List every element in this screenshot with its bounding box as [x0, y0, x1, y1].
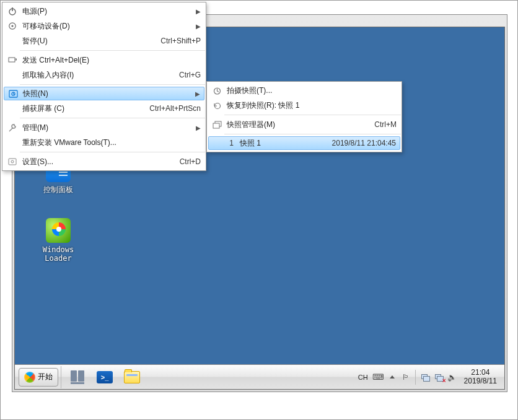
menu-separator: [20, 152, 205, 152]
menu-label: 发送 Ctrl+Alt+Del(E): [19, 55, 89, 66]
menu-label: 快照(N): [19, 89, 48, 99]
powershell-icon: >_: [97, 371, 113, 383]
network-icon-1[interactable]: [419, 372, 431, 383]
snapshot-icon: [7, 88, 19, 99]
taskbar-explorer[interactable]: [118, 368, 146, 387]
tray-chevron-up[interactable]: [387, 372, 398, 383]
menu-label: 恢复到快照(R): 快照 1: [223, 100, 299, 111]
revert-icon: [211, 100, 223, 111]
snapshot-submenu: 拍摄快照(T)... 恢复到快照(R): 快照 1 快照管理器(M) Ctrl+…: [206, 81, 402, 152]
menu-label: 拍摄快照(T)...: [223, 85, 272, 96]
app-window: 控制面板 Windows Loader 开始 >_ CH × 21:04 201…: [0, 0, 518, 420]
menu-grab-input[interactable]: 抓取输入内容(I) Ctrl+G: [2, 68, 206, 82]
wrench-icon: [6, 122, 19, 133]
menu-separator: [20, 84, 205, 85]
menu-label: 暂停(U): [19, 36, 48, 46]
menu-label: 抓取输入内容(I): [19, 70, 74, 81]
taskbar-clock[interactable]: 21:04 2019/8/11: [460, 369, 501, 385]
windows-loader-icon: [46, 218, 71, 243]
menu-shortcut: Ctrl+Shift+P: [148, 37, 201, 45]
ime-indicator[interactable]: CH: [356, 374, 371, 381]
clock-time: 21:04: [464, 369, 497, 377]
menu-shortcut: Ctrl+Alt+PrtScn: [137, 104, 201, 113]
power-icon: [6, 6, 19, 17]
svg-rect-4: [9, 58, 15, 62]
explorer-icon: [124, 371, 140, 383]
menu-manage[interactable]: 管理(M) ▶: [2, 120, 206, 135]
menu-snapshot[interactable]: 快照(N) ▶: [4, 87, 204, 100]
svg-point-3: [11, 25, 13, 27]
snapshot-index: 1: [225, 139, 234, 147]
start-button[interactable]: 开始: [19, 368, 58, 387]
start-label: 开始: [38, 372, 53, 382]
menu-separator: [224, 115, 401, 115]
submenu-snapshot-entry-1[interactable]: 1 快照 1 2019/8/11 21:04:45: [208, 136, 400, 150]
menu-power[interactable]: 电源(P) ▶: [2, 4, 206, 19]
menu-shortcut: Ctrl+M: [362, 120, 397, 129]
camera-icon: [211, 85, 223, 96]
submenu-arrow-icon: ▶: [183, 90, 200, 97]
menu-label: 设置(S)...: [19, 157, 53, 167]
menu-send-cad[interactable]: 发送 Ctrl+Alt+Del(E): [2, 53, 206, 68]
taskbar-separator: [61, 366, 61, 388]
volume-icon[interactable]: [447, 372, 458, 383]
keyboard-icon[interactable]: [373, 372, 384, 383]
server-manager-icon: [69, 370, 86, 384]
menu-label: 捕获屏幕 (C): [19, 103, 64, 114]
submenu-arrow-icon: ▶: [183, 8, 201, 15]
svg-rect-12: [213, 123, 219, 128]
menu-shortcut: Ctrl+G: [167, 71, 201, 79]
menu-removable-devices[interactable]: 可移动设备(D) ▶: [2, 19, 206, 33]
submenu-arrow-icon: ▶: [183, 23, 201, 30]
menu-capture-screen[interactable]: 捕获屏幕 (C) Ctrl+Alt+PrtScn: [2, 101, 206, 116]
system-tray: CH × 21:04 2019/8/11: [356, 365, 504, 389]
menu-label: 快照管理器(M): [223, 120, 275, 130]
tray-separator: [415, 370, 416, 385]
svg-point-8: [11, 160, 14, 163]
vm-context-menu: 电源(P) ▶ 可移动设备(D) ▶ 暂停(U) Ctrl+Shift+P 发送…: [2, 2, 206, 171]
menu-label: 重新安装 VMware Tools(T)...: [19, 138, 116, 148]
taskbar-server-manager[interactable]: [64, 368, 91, 387]
send-icon: [6, 55, 19, 66]
menu-label: 快照 1: [234, 138, 261, 149]
menu-label: 可移动设备(D): [19, 21, 70, 32]
desktop-icon-label: Windows Loader: [33, 245, 83, 263]
menu-pause[interactable]: 暂停(U) Ctrl+Shift+P: [2, 33, 206, 48]
action-center-icon[interactable]: [400, 372, 411, 383]
submenu-take-snapshot[interactable]: 拍摄快照(T)...: [207, 83, 402, 98]
taskbar-powershell[interactable]: >_: [91, 368, 118, 387]
menu-label: 电源(P): [19, 6, 47, 17]
submenu-snapshot-manager[interactable]: 快照管理器(M) Ctrl+M: [207, 117, 402, 132]
gear-icon: [6, 156, 19, 167]
svg-rect-7: [9, 159, 16, 165]
clock-date: 2019/8/11: [464, 377, 497, 385]
menu-separator: [20, 50, 205, 51]
taskbar: 开始 >_ CH × 21:04 2019/8/11: [15, 364, 504, 389]
snapshot-timestamp: 2019/8/11 21:04:45: [320, 139, 396, 147]
desktop-icon-windows-loader[interactable]: Windows Loader: [33, 218, 83, 263]
windows-orb-icon: [24, 372, 35, 383]
desktop-icon-label: 控制面板: [33, 185, 83, 195]
menu-shortcut: Ctrl+D: [167, 157, 201, 166]
menu-settings[interactable]: 设置(S)... Ctrl+D: [2, 154, 206, 169]
network-icon-disconnected[interactable]: ×: [433, 372, 444, 383]
chevron-up-icon: [390, 375, 395, 378]
menu-separator: [20, 118, 205, 118]
manager-icon: [211, 119, 223, 130]
menu-label: 管理(M): [19, 123, 48, 133]
submenu-arrow-icon: ▶: [183, 125, 201, 131]
menu-reinstall-tools[interactable]: 重新安装 VMware Tools(T)...: [2, 135, 206, 150]
menu-separator: [224, 134, 401, 134]
submenu-revert-snapshot[interactable]: 恢复到快照(R): 快照 1: [207, 98, 402, 113]
usb-icon: [6, 20, 19, 32]
